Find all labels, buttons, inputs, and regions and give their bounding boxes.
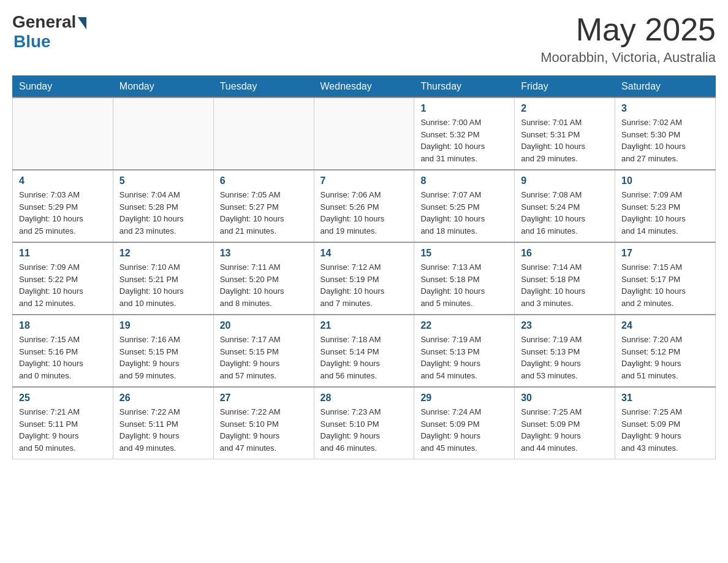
calendar-cell <box>213 98 314 170</box>
day-info: Sunrise: 7:11 AMSunset: 5:20 PMDaylight:… <box>220 261 308 309</box>
day-info: Sunrise: 7:00 AMSunset: 5:32 PMDaylight:… <box>420 117 508 164</box>
day-number: 16 <box>521 248 609 259</box>
day-number: 25 <box>19 393 107 404</box>
day-info: Sunrise: 7:08 AMSunset: 5:24 PMDaylight:… <box>521 189 609 237</box>
day-number: 6 <box>220 175 308 186</box>
logo-general-text: General <box>12 12 76 32</box>
day-number: 28 <box>320 393 408 404</box>
calendar-cell: 2Sunrise: 7:01 AMSunset: 5:31 PMDaylight… <box>515 98 615 170</box>
calendar-cell: 1Sunrise: 7:00 AMSunset: 5:32 PMDaylight… <box>414 98 515 170</box>
day-number: 7 <box>320 175 408 186</box>
day-info: Sunrise: 7:22 AMSunset: 5:10 PMDaylight:… <box>220 406 308 454</box>
calendar-cell <box>113 98 213 170</box>
day-number: 29 <box>420 393 508 404</box>
calendar-cell: 13Sunrise: 7:11 AMSunset: 5:20 PMDayligh… <box>213 242 314 315</box>
day-info: Sunrise: 7:18 AMSunset: 5:14 PMDaylight:… <box>320 334 408 381</box>
day-info: Sunrise: 7:04 AMSunset: 5:28 PMDaylight:… <box>119 189 207 237</box>
day-number: 11 <box>19 248 107 259</box>
calendar-cell: 5Sunrise: 7:04 AMSunset: 5:28 PMDaylight… <box>113 170 213 242</box>
header-day-thursday: Thursday <box>414 76 515 98</box>
day-number: 2 <box>521 103 609 114</box>
calendar-cell: 29Sunrise: 7:24 AMSunset: 5:09 PMDayligh… <box>414 387 515 459</box>
day-info: Sunrise: 7:17 AMSunset: 5:15 PMDaylight:… <box>220 334 308 381</box>
calendar-cell: 6Sunrise: 7:05 AMSunset: 5:27 PMDaylight… <box>213 170 314 242</box>
day-number: 18 <box>19 320 107 331</box>
day-info: Sunrise: 7:23 AMSunset: 5:10 PMDaylight:… <box>320 406 408 454</box>
day-number: 19 <box>119 320 207 331</box>
day-number: 20 <box>220 320 308 331</box>
day-number: 12 <box>119 248 207 259</box>
calendar-cell: 27Sunrise: 7:22 AMSunset: 5:10 PMDayligh… <box>213 387 314 459</box>
header-day-sunday: Sunday <box>13 76 113 98</box>
day-number: 24 <box>621 320 709 331</box>
location-text: Moorabbin, Victoria, Australia <box>540 50 716 66</box>
day-info: Sunrise: 7:03 AMSunset: 5:29 PMDaylight:… <box>19 189 107 237</box>
day-number: 26 <box>119 393 207 404</box>
day-number: 21 <box>320 320 408 331</box>
day-info: Sunrise: 7:20 AMSunset: 5:12 PMDaylight:… <box>621 334 709 381</box>
calendar-cell: 7Sunrise: 7:06 AMSunset: 5:26 PMDaylight… <box>314 170 414 242</box>
day-number: 31 <box>621 393 709 404</box>
day-info: Sunrise: 7:21 AMSunset: 5:11 PMDaylight:… <box>19 406 107 454</box>
week-row-2: 4Sunrise: 7:03 AMSunset: 5:29 PMDaylight… <box>13 170 716 242</box>
calendar-cell: 20Sunrise: 7:17 AMSunset: 5:15 PMDayligh… <box>213 315 314 387</box>
calendar-cell: 19Sunrise: 7:16 AMSunset: 5:15 PMDayligh… <box>113 315 213 387</box>
day-number: 15 <box>420 248 508 259</box>
day-info: Sunrise: 7:07 AMSunset: 5:25 PMDaylight:… <box>420 189 508 237</box>
week-row-5: 25Sunrise: 7:21 AMSunset: 5:11 PMDayligh… <box>13 387 716 459</box>
month-title: May 2025 <box>540 12 716 47</box>
logo-blue-text: Blue <box>13 32 51 52</box>
day-info: Sunrise: 7:09 AMSunset: 5:22 PMDaylight:… <box>19 261 107 309</box>
day-info: Sunrise: 7:12 AMSunset: 5:19 PMDaylight:… <box>320 261 408 309</box>
day-number: 4 <box>19 175 107 186</box>
calendar-cell <box>314 98 414 170</box>
day-number: 22 <box>420 320 508 331</box>
day-number: 9 <box>521 175 609 186</box>
calendar-cell: 3Sunrise: 7:02 AMSunset: 5:30 PMDaylight… <box>615 98 716 170</box>
day-info: Sunrise: 7:19 AMSunset: 5:13 PMDaylight:… <box>521 334 609 381</box>
week-row-4: 18Sunrise: 7:15 AMSunset: 5:16 PMDayligh… <box>13 315 716 387</box>
day-info: Sunrise: 7:25 AMSunset: 5:09 PMDaylight:… <box>521 406 609 454</box>
day-info: Sunrise: 7:25 AMSunset: 5:09 PMDaylight:… <box>621 406 709 454</box>
day-number: 30 <box>521 393 609 404</box>
day-info: Sunrise: 7:16 AMSunset: 5:15 PMDaylight:… <box>119 334 207 381</box>
header-day-saturday: Saturday <box>615 76 716 98</box>
day-info: Sunrise: 7:10 AMSunset: 5:21 PMDaylight:… <box>119 261 207 309</box>
day-info: Sunrise: 7:15 AMSunset: 5:17 PMDaylight:… <box>621 261 709 309</box>
day-number: 8 <box>420 175 508 186</box>
calendar-cell <box>13 98 113 170</box>
day-number: 14 <box>320 248 408 259</box>
calendar-cell: 12Sunrise: 7:10 AMSunset: 5:21 PMDayligh… <box>113 242 213 315</box>
header-day-wednesday: Wednesday <box>314 76 414 98</box>
day-number: 5 <box>119 175 207 186</box>
calendar-cell: 23Sunrise: 7:19 AMSunset: 5:13 PMDayligh… <box>515 315 615 387</box>
calendar-cell: 18Sunrise: 7:15 AMSunset: 5:16 PMDayligh… <box>13 315 113 387</box>
day-info: Sunrise: 7:24 AMSunset: 5:09 PMDaylight:… <box>420 406 508 454</box>
day-number: 13 <box>220 248 308 259</box>
logo-arrow-icon <box>78 17 86 29</box>
day-info: Sunrise: 7:19 AMSunset: 5:13 PMDaylight:… <box>420 334 508 381</box>
calendar-cell: 8Sunrise: 7:07 AMSunset: 5:25 PMDaylight… <box>414 170 515 242</box>
day-info: Sunrise: 7:01 AMSunset: 5:31 PMDaylight:… <box>521 117 609 164</box>
calendar-cell: 10Sunrise: 7:09 AMSunset: 5:23 PMDayligh… <box>615 170 716 242</box>
day-info: Sunrise: 7:15 AMSunset: 5:16 PMDaylight:… <box>19 334 107 381</box>
calendar-cell: 28Sunrise: 7:23 AMSunset: 5:10 PMDayligh… <box>314 387 414 459</box>
day-info: Sunrise: 7:09 AMSunset: 5:23 PMDaylight:… <box>621 189 709 237</box>
logo: General Blue <box>12 12 86 52</box>
calendar-cell: 26Sunrise: 7:22 AMSunset: 5:11 PMDayligh… <box>113 387 213 459</box>
day-info: Sunrise: 7:22 AMSunset: 5:11 PMDaylight:… <box>119 406 207 454</box>
day-number: 27 <box>220 393 308 404</box>
calendar-cell: 21Sunrise: 7:18 AMSunset: 5:14 PMDayligh… <box>314 315 414 387</box>
week-row-1: 1Sunrise: 7:00 AMSunset: 5:32 PMDaylight… <box>13 98 716 170</box>
calendar-cell: 30Sunrise: 7:25 AMSunset: 5:09 PMDayligh… <box>515 387 615 459</box>
calendar-cell: 11Sunrise: 7:09 AMSunset: 5:22 PMDayligh… <box>13 242 113 315</box>
week-row-3: 11Sunrise: 7:09 AMSunset: 5:22 PMDayligh… <box>13 242 716 315</box>
header-day-tuesday: Tuesday <box>213 76 314 98</box>
day-info: Sunrise: 7:06 AMSunset: 5:26 PMDaylight:… <box>320 189 408 237</box>
calendar-cell: 17Sunrise: 7:15 AMSunset: 5:17 PMDayligh… <box>615 242 716 315</box>
day-info: Sunrise: 7:05 AMSunset: 5:27 PMDaylight:… <box>220 189 308 237</box>
day-number: 3 <box>621 103 709 114</box>
calendar-cell: 25Sunrise: 7:21 AMSunset: 5:11 PMDayligh… <box>13 387 113 459</box>
day-info: Sunrise: 7:02 AMSunset: 5:30 PMDaylight:… <box>621 117 709 164</box>
calendar-cell: 24Sunrise: 7:20 AMSunset: 5:12 PMDayligh… <box>615 315 716 387</box>
